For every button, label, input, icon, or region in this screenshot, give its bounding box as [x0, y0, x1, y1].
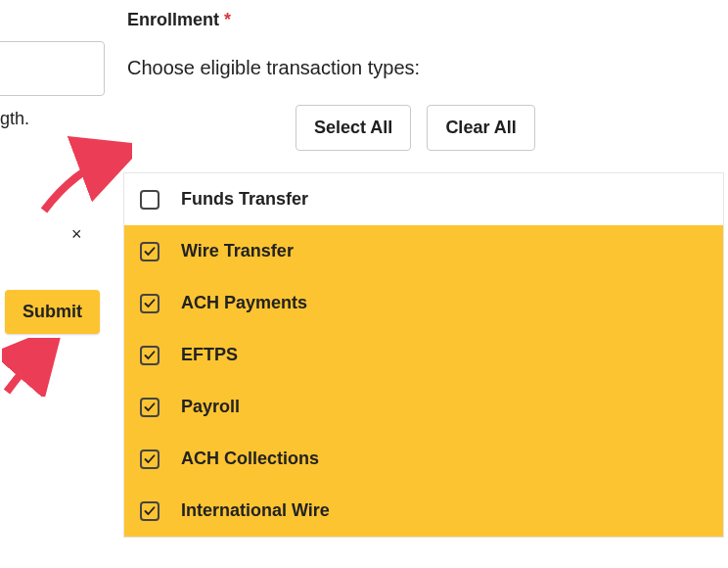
- text-input-cropped[interactable]: [0, 41, 105, 96]
- checkbox-checked-icon[interactable]: [140, 346, 159, 365]
- checkbox-checked-icon[interactable]: [140, 294, 159, 313]
- transaction-type-label: ACH Payments: [181, 293, 307, 313]
- checkbox-checked-icon[interactable]: [140, 501, 159, 521]
- transaction-type-list: Funds TransferWire TransferACH PaymentsE…: [123, 172, 724, 538]
- helper-text-cropped: gth.: [0, 109, 29, 129]
- transaction-type-row[interactable]: International Wire: [124, 485, 723, 537]
- required-asterisk: *: [224, 10, 231, 29]
- transaction-type-row[interactable]: Funds Transfer: [124, 173, 723, 225]
- select-all-button[interactable]: Select All: [296, 105, 411, 151]
- checkbox-unchecked-icon[interactable]: [140, 190, 159, 210]
- transaction-type-label: Payroll: [181, 397, 240, 417]
- transaction-type-label: EFTPS: [181, 345, 238, 365]
- transaction-type-row[interactable]: ACH Payments: [124, 277, 723, 329]
- transaction-type-label: Funds Transfer: [181, 189, 308, 210]
- transaction-type-label: ACH Collections: [181, 449, 319, 469]
- checkbox-checked-icon[interactable]: [140, 242, 159, 261]
- checkbox-checked-icon[interactable]: [140, 450, 159, 469]
- transaction-type-row[interactable]: Wire Transfer: [124, 225, 723, 277]
- close-icon[interactable]: ×: [71, 225, 82, 243]
- enrollment-label: Enrollment *: [127, 10, 231, 30]
- enrollment-help-text: Choose eligible transaction types:: [127, 57, 420, 79]
- transaction-type-row[interactable]: ACH Collections: [124, 433, 723, 485]
- clear-all-button[interactable]: Clear All: [427, 105, 534, 151]
- transaction-type-label: International Wire: [181, 500, 330, 521]
- transaction-type-label: Wire Transfer: [181, 241, 294, 261]
- annotation-arrow-list: [34, 132, 132, 220]
- checkbox-checked-icon[interactable]: [140, 398, 159, 417]
- submit-button[interactable]: Submit: [5, 290, 100, 334]
- transaction-type-row[interactable]: EFTPS: [124, 329, 723, 381]
- bulk-action-row: Select All Clear All: [296, 105, 535, 151]
- annotation-arrow-submit: [2, 338, 70, 397]
- transaction-type-row[interactable]: Payroll: [124, 381, 723, 433]
- enrollment-label-text: Enrollment: [127, 10, 219, 29]
